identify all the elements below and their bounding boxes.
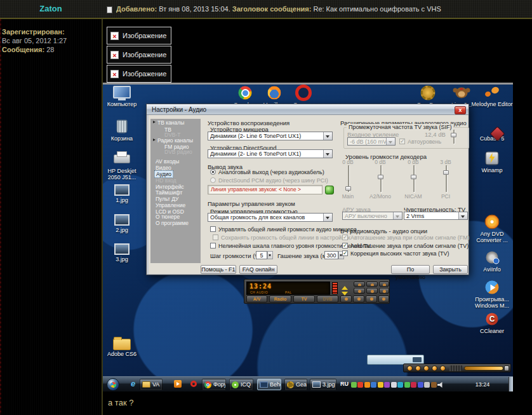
chevron-down-icon[interactable] bbox=[458, 212, 467, 219]
decoder-slider-nicam[interactable] bbox=[413, 165, 415, 192]
desktop-icon-aviinfo[interactable]: AviInfo bbox=[470, 250, 513, 273]
save-volume-checkbox[interactable]: Сохранять громкость общей линии в настро… bbox=[213, 235, 350, 241]
tray-icon[interactable] bbox=[418, 382, 423, 388]
directsound-device-combo[interactable]: Динамики (2- Line 6 TonePort UX1) bbox=[208, 149, 333, 158]
tray-icon[interactable] bbox=[378, 382, 383, 388]
default-button[interactable]: По умолчанию bbox=[391, 265, 430, 274]
slider-thumb[interactable] bbox=[411, 175, 416, 179]
tray-icon[interactable] bbox=[404, 382, 410, 388]
analog-output-radio[interactable]: Аналоговый выход (через аудиокабель) bbox=[210, 169, 324, 175]
av-source-button[interactable]: A/V bbox=[246, 296, 267, 303]
nav-item-hd-input[interactable]: HD вход bbox=[156, 177, 176, 184]
desktop-icon-ccleaner[interactable]: CCleaner bbox=[470, 311, 513, 334]
decoder-slider-pci[interactable] bbox=[446, 165, 447, 192]
tray-icon[interactable] bbox=[411, 382, 416, 388]
autolevel-checkbox[interactable]: Автоуровень bbox=[399, 139, 441, 145]
volume-step-input[interactable]: 5 bbox=[256, 251, 267, 259]
broken-image-1[interactable]: × Изображение bbox=[107, 27, 171, 44]
tv-grid-button[interactable] bbox=[366, 282, 378, 287]
desktop-icon-1jpg[interactable]: 1.jpg bbox=[103, 184, 142, 203]
master-line-checkbox[interactable]: Управлять общей линией громкости аудио м… bbox=[210, 226, 357, 233]
speaker-icon[interactable] bbox=[437, 382, 444, 388]
decoder-slider-a2mono[interactable] bbox=[380, 165, 382, 192]
chevron-down-icon[interactable] bbox=[323, 150, 332, 158]
nav-item-remote[interactable]: Пульт ДУ bbox=[156, 196, 178, 202]
media-app-icon[interactable] bbox=[174, 380, 182, 388]
dvb-source-button[interactable]: DVB bbox=[317, 296, 338, 303]
close-icon[interactable]: x bbox=[455, 106, 466, 114]
nav-item-timeshift[interactable]: Таймшифт bbox=[156, 189, 182, 196]
desktop-icon-3jpg[interactable]: 3.jpg bbox=[103, 243, 142, 262]
show-desktop-button[interactable] bbox=[509, 377, 513, 391]
chevron-down-icon[interactable] bbox=[323, 214, 332, 221]
radio-selected-icon[interactable] bbox=[210, 169, 216, 175]
nav-item-about-tuner[interactable]: О тюнере bbox=[156, 214, 180, 220]
tv-tool-button[interactable] bbox=[353, 296, 364, 303]
mini-player-button[interactable] bbox=[407, 365, 413, 371]
desktop-icon-wmp[interactable]: Проигрыва... Windows M... bbox=[470, 280, 513, 309]
tray-icon[interactable] bbox=[351, 382, 357, 388]
volume-step-spinner[interactable] bbox=[267, 251, 273, 259]
checkbox-checked-icon[interactable] bbox=[342, 250, 348, 256]
chevron-down-icon[interactable] bbox=[323, 132, 332, 140]
checkbox-unchecked-icon[interactable] bbox=[210, 226, 216, 232]
nav-item-control[interactable]: Управление bbox=[156, 202, 185, 208]
mini-volume-slider[interactable] bbox=[464, 366, 503, 371]
tray-icon[interactable] bbox=[371, 382, 376, 388]
mute-time-input[interactable]: 300 bbox=[324, 251, 338, 259]
tray-icon[interactable] bbox=[384, 382, 390, 388]
tv-source-button[interactable]: TV bbox=[293, 296, 315, 303]
tv-pause-button[interactable] bbox=[366, 288, 378, 294]
desktop-icon-melodyne[interactable]: Melodyne Editor bbox=[470, 85, 513, 107]
broken-image-3[interactable]: × Изображение bbox=[107, 65, 171, 83]
agc-combo[interactable]: АРУ выключено bbox=[342, 212, 402, 220]
desktop-icon-adobe-cs6[interactable]: Adobe CS6 bbox=[103, 334, 142, 357]
checkbox-unchecked-icon[interactable] bbox=[210, 243, 216, 248]
decoder-slider-main[interactable] bbox=[348, 165, 349, 192]
nav-item-radio-channels[interactable]: Радио каналы bbox=[157, 137, 193, 144]
tv-settings-button[interactable] bbox=[366, 296, 377, 303]
tray-icon[interactable] bbox=[431, 382, 437, 388]
volume-mode-combo[interactable]: Общая громкость для всех каналов bbox=[208, 213, 333, 222]
tv-mute-button[interactable] bbox=[379, 288, 389, 294]
taskbar-button-behold[interactable]: Beho... bbox=[257, 379, 281, 390]
ie-icon[interactable]: e bbox=[131, 379, 135, 388]
mini-player-button[interactable] bbox=[432, 365, 437, 371]
dialog-titlebar[interactable]: Настройки - Аудио bbox=[147, 104, 469, 115]
desktop-icon-anydvd[interactable]: Any DVD Converter ... bbox=[470, 214, 513, 243]
nav-item-tv-channels[interactable]: ТВ каналы bbox=[157, 119, 184, 126]
tray-icon[interactable] bbox=[357, 382, 363, 388]
rf-automute-fm-checkbox[interactable]: Автогашение звука при слабом сигнале (FM… bbox=[342, 235, 470, 241]
faq-button[interactable]: FAQ онлайн bbox=[239, 265, 277, 274]
taskbar-button-forum[interactable]: Фору... bbox=[202, 379, 226, 390]
checkbox-checked-icon[interactable] bbox=[342, 243, 348, 248]
input-gain-combo[interactable]: -6 dB (160 mV) bbox=[347, 137, 396, 146]
nav-item-about-app[interactable]: О программе bbox=[156, 220, 189, 226]
slider-thumb[interactable] bbox=[443, 170, 449, 175]
radio-source-button[interactable]: Radio bbox=[269, 296, 291, 303]
taskbar-button-icq[interactable]: ICQ bbox=[229, 379, 253, 390]
rf-hf-correction-checkbox[interactable]: Коррекция высоких частот звука (TV) bbox=[342, 250, 449, 257]
rf-automute-tv-checkbox[interactable]: Автогашение звука при слабом сигнале (TV… bbox=[342, 243, 469, 249]
slider-thumb[interactable] bbox=[378, 175, 383, 179]
sound-line-picker-icon[interactable] bbox=[325, 186, 334, 194]
desktop-icon-2jpg[interactable]: 2.jpg bbox=[103, 214, 142, 233]
desktop-icon-cubase[interactable]: Cubase 5 bbox=[470, 119, 513, 142]
taskbar-button-3jpg[interactable]: 3.jpg ... bbox=[310, 379, 336, 390]
mini-volume-knob[interactable] bbox=[504, 365, 509, 371]
mini-player-button[interactable] bbox=[423, 365, 429, 371]
tray-icon[interactable] bbox=[424, 382, 430, 388]
desktop-icon-winamp[interactable]: Winamp bbox=[470, 151, 513, 173]
tray-icon[interactable] bbox=[397, 382, 403, 388]
nav-item-dvb-radio[interactable]: DVB радио bbox=[164, 149, 192, 155]
gain-slider-thumb[interactable] bbox=[451, 133, 456, 137]
language-indicator[interactable]: RU bbox=[340, 381, 349, 387]
sensitivity-combo[interactable]: 2 Vrms bbox=[404, 212, 468, 220]
mini-player-button[interactable] bbox=[415, 365, 421, 371]
tv-grid-button[interactable] bbox=[354, 282, 365, 287]
help-button[interactable]: Помощь - F1 bbox=[201, 265, 236, 274]
tv-tool-button[interactable] bbox=[340, 296, 352, 303]
opera-icon[interactable] bbox=[190, 381, 197, 387]
username[interactable]: Zaton bbox=[0, 0, 102, 18]
mixer-device-combo[interactable]: Динамики (2- Line 6 TonePort UX1) bbox=[208, 132, 333, 140]
